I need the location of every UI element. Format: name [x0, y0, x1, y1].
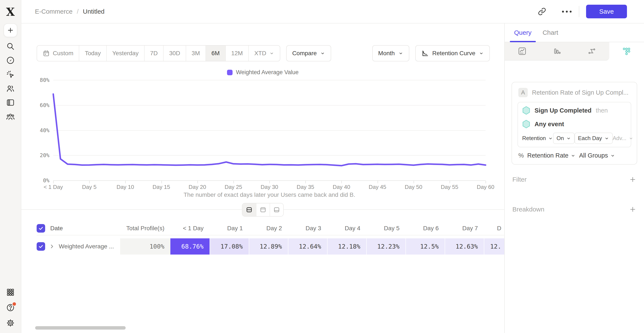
save-button[interactable]: Save: [586, 5, 627, 18]
help-icon[interactable]: [6, 303, 15, 312]
layout-table-only-button[interactable]: [270, 203, 283, 216]
filter-label: Filter: [512, 176, 527, 183]
retention-type-label: Retention: [522, 135, 546, 142]
range-button-30d[interactable]: 30D: [163, 46, 186, 61]
breadcrumb-project[interactable]: E-Commerce: [35, 8, 72, 15]
gridline: [53, 80, 486, 80]
breakdown-label: Breakdown: [512, 206, 544, 213]
retention-curve-icon: [421, 50, 429, 57]
metric-label: Retention Rate: [527, 152, 568, 159]
advanced-dropdown[interactable]: Adv...: [613, 135, 634, 142]
x-axis-tick-mark: [342, 181, 342, 183]
discover-compass-icon[interactable]: [6, 56, 15, 65]
users-icon[interactable]: [6, 84, 15, 93]
filter-section: Filter: [512, 165, 637, 194]
column-header-total-profile-s-: Total Profile(s): [120, 225, 170, 232]
x-axis-tick-label: Day 5: [82, 184, 96, 190]
granularity-dropdown[interactable]: Month: [372, 45, 409, 61]
range-label: 6M: [212, 50, 220, 57]
groups-label: All Groups: [579, 152, 608, 159]
groups-dropdown[interactable]: All Groups: [579, 152, 615, 159]
first-event-selector[interactable]: Sign Up Completed: [534, 107, 592, 114]
x-axis-tick-mark: [486, 181, 486, 183]
create-new-button[interactable]: [4, 24, 17, 37]
chart-legend[interactable]: Weighted Average Value: [21, 69, 504, 76]
report-type-retention[interactable]: [609, 42, 644, 61]
mixpanel-logo-icon[interactable]: X: [6, 6, 15, 18]
search-icon[interactable]: [6, 42, 15, 51]
bottom-panel-icon: [273, 206, 280, 213]
tab-chart[interactable]: Chart: [538, 24, 562, 42]
column-header-day-1: Day 1: [210, 225, 249, 232]
interval-dropdown[interactable]: Each Day: [574, 133, 613, 144]
breakdown-section: Breakdown: [512, 194, 637, 224]
retention-value-cell: 12.63%: [445, 238, 484, 254]
x-axis-tick-mark: [450, 181, 450, 183]
report-type-insights[interactable]: [505, 42, 540, 61]
retention-events-card: Sign Up Completed then Any event Retenti…: [518, 102, 631, 147]
apps-grid-icon[interactable]: [6, 288, 15, 297]
x-axis-tick-mark: [162, 181, 162, 183]
range-label: XTD: [254, 50, 266, 57]
flows-icon: [587, 47, 596, 56]
chevron-down-icon: [479, 51, 484, 56]
metric-dropdown[interactable]: Retention Rate: [527, 152, 576, 159]
date-header-label: Date: [50, 225, 63, 232]
panel-body: A Retention Rate of Sign Up Compl... Sig…: [505, 82, 644, 224]
layout-toggle-group: [242, 203, 284, 217]
on-dropdown[interactable]: On: [553, 133, 574, 144]
x-axis-tick-label: Day 10: [116, 184, 134, 190]
settings-gear-icon[interactable]: [6, 318, 15, 327]
y-axis-tick-label: 0%: [32, 177, 50, 184]
range-button-7d[interactable]: 7D: [144, 46, 163, 61]
report-toolbar: CustomTodayYesterday7D30D3M6M12MXTD Comp…: [37, 45, 490, 61]
app-sidebar: X: [0, 0, 21, 333]
advanced-label: Adv...: [613, 135, 626, 142]
tab-query[interactable]: Query: [510, 24, 536, 42]
breadcrumb-separator: /: [77, 8, 78, 15]
copy-link-button[interactable]: [537, 7, 547, 17]
layout-chart-only-button[interactable]: [256, 203, 270, 216]
chevron-down-icon: [570, 153, 576, 158]
select-all-checkbox[interactable]: [37, 224, 45, 233]
expand-row-chevron-icon[interactable]: [49, 243, 55, 249]
retention-value-cell: 17.08%: [210, 238, 249, 254]
chevron-down-icon: [320, 51, 325, 56]
add-filter-button[interactable]: [629, 176, 636, 183]
add-breakdown-button[interactable]: [629, 206, 636, 213]
boards-icon[interactable]: [6, 98, 15, 107]
row-checkbox[interactable]: [37, 242, 45, 251]
report-type-flows[interactable]: [574, 42, 609, 61]
gridline: [53, 105, 486, 106]
column-header--1-day: < 1 Day: [170, 225, 210, 232]
events-activity-icon[interactable]: [6, 70, 15, 79]
breadcrumb-report-title[interactable]: Untitled: [83, 8, 104, 15]
y-axis-tick-label: 80%: [32, 77, 50, 83]
check-icon: [38, 244, 44, 249]
range-button-6m[interactable]: 6M: [206, 46, 225, 61]
range-button-12m[interactable]: 12M: [225, 46, 248, 61]
cohorts-icon[interactable]: [6, 112, 15, 121]
layout-split-button[interactable]: [242, 203, 256, 216]
retention-value-cell: 12.64%: [288, 238, 327, 254]
range-button-xtd[interactable]: XTD: [248, 46, 280, 61]
funnels-icon: [552, 47, 562, 56]
query-title[interactable]: Retention Rate of Sign Up Compl...: [532, 89, 628, 96]
breadcrumb: E-Commerce / Untitled: [35, 8, 104, 15]
return-event-selector[interactable]: Any event: [534, 121, 564, 128]
range-button-3m[interactable]: 3M: [186, 46, 206, 61]
chart-type-dropdown[interactable]: Retention Curve: [415, 45, 490, 61]
chevron-down-icon: [610, 153, 615, 158]
insights-icon: [518, 47, 527, 56]
retention-type-dropdown[interactable]: Retention: [522, 135, 553, 142]
compare-button[interactable]: Compare: [286, 45, 331, 61]
retention-table: DateTotal Profile(s)< 1 DayDay 1Day 2Day…: [37, 222, 504, 254]
horizontal-scrollbar[interactable]: [35, 326, 126, 329]
range-button-today[interactable]: Today: [79, 46, 106, 61]
more-options-button[interactable]: [562, 7, 572, 17]
chevron-down-icon: [398, 51, 403, 56]
row-label-cell: Weighted Average ...: [37, 238, 120, 254]
range-button-custom[interactable]: Custom: [37, 46, 79, 61]
range-button-yesterday[interactable]: Yesterday: [106, 46, 144, 61]
report-type-funnels[interactable]: [540, 42, 574, 61]
